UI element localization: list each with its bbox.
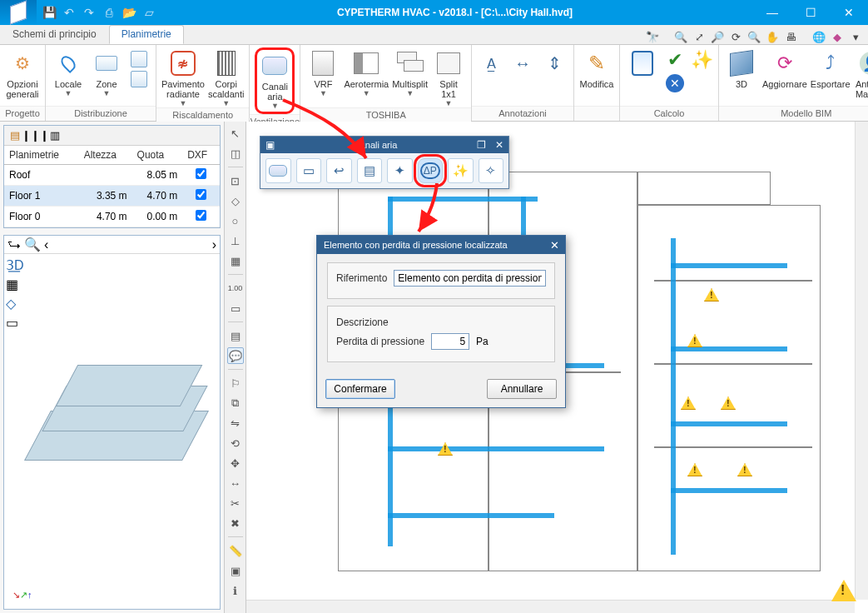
btn-corpi-scaldanti[interactable]: Corpi scaldanti ▼ [208,47,244,107]
btn-zone[interactable]: Zone ▼ [89,47,124,97]
view-3d-icon[interactable]: 3͟D [6,257,24,273]
zoom-in-icon[interactable]: 🔎 [710,29,725,44]
scroll-right-icon[interactable]: › [212,237,216,252]
btn-x[interactable]: ✕ [663,72,687,92]
dxf-checkbox[interactable] [196,210,206,221]
comment-icon[interactable]: 💬 [227,347,244,364]
fb-grille[interactable]: ▤ [357,158,383,183]
btn-ann-dim2[interactable]: ⇕ [540,47,568,77]
save-icon[interactable]: 💾 [42,5,57,20]
close-button[interactable]: ✕ [830,0,868,25]
area-icon[interactable]: ▣ [227,562,244,579]
canvas-h-scrollbar[interactable] [246,600,855,613]
snap-grid-icon[interactable]: ▦ [227,252,244,269]
dialog-titlebar[interactable]: Elemento con perdita di pressione locali… [317,236,565,254]
scale-icon[interactable]: 1.00 [227,280,244,297]
mirror-icon[interactable]: ⇋ [227,415,244,431]
btn-locale[interactable]: Locale ▼ [51,47,86,97]
globe-icon[interactable]: 🌐 [811,29,826,44]
minimize-button[interactable]: — [753,0,791,25]
col-altezza[interactable]: Altezza [79,146,132,165]
btn-ann-text[interactable]: A̲ [477,47,505,77]
open-icon[interactable]: 📂 [122,5,136,20]
btn-check[interactable]: ✔ [663,47,687,71]
input-perdita[interactable] [431,333,469,350]
dxf-checkbox[interactable] [196,168,206,179]
binoculars-icon[interactable]: 🔭 [645,29,660,44]
btn-aggiornare[interactable]: ⟳Aggiornare [762,47,807,89]
btn-user[interactable]: 👤Antonio Marotta [854,47,868,99]
table-row[interactable]: Floor 1 3.35 m 4.70 m [4,186,220,207]
fb-deltap[interactable]: ΔP [418,158,444,183]
floatbar-sys-icon[interactable]: ▣ [260,139,279,151]
layer-icon[interactable]: ▤ [227,327,244,344]
view-top-icon[interactable]: ▦ [6,277,24,292]
floatbar-restore-icon[interactable]: ❐ [472,139,490,151]
delete-icon[interactable]: ✖ [227,515,244,531]
redo-icon[interactable]: ↷ [82,5,97,20]
zoom-window-icon[interactable]: 🔍 [673,29,688,44]
dxf-checkbox[interactable] [196,189,206,200]
btn-aerotermia[interactable]: Aerotermia▼ [344,47,389,97]
floating-toolbar-canali-aria[interactable]: ▣ Canali aria ❐ ✕ ▭ ↩ ▤ ✦ ΔP ✨ ✧ [260,136,509,189]
btn-esportare[interactable]: ⤴Esportare [811,47,851,89]
copy-icon[interactable]: ⧉ [227,395,244,411]
dialog-close-icon[interactable]: ✕ [545,239,563,252]
flag-icon[interactable]: ⚐ [227,375,244,391]
cursor-icon[interactable]: ↖ [227,125,244,142]
btn-vrf[interactable]: VRF▼ [305,47,340,97]
snap-perp-icon[interactable]: ⊥ [227,232,244,249]
rotate-icon[interactable]: ⟲ [227,435,244,451]
btn-distrib-1[interactable] [127,49,151,67]
zoom-extent-icon[interactable]: ⤢ [692,29,707,44]
table-row[interactable]: Floor 0 4.70 m 0.00 m [4,207,220,227]
btn-annullare[interactable]: Annullare [487,379,557,399]
view-arrow-icon[interactable]: ⮑ [7,237,21,252]
building-3d-preview[interactable] [37,361,204,486]
btn-canali-aria[interactable]: Canali aria ▼ [255,47,295,114]
input-riferimento[interactable] [394,270,546,287]
refresh-icon[interactable]: ⟳ [728,29,743,44]
measure-icon[interactable]: 📏 [227,542,244,559]
print-icon[interactable]: ⎙ [102,5,117,20]
col-quota[interactable]: Quota [132,146,183,165]
snap-mid-icon[interactable]: ◇ [227,192,244,209]
help-icon[interactable]: ◆ [830,29,845,44]
floatbar-close-icon[interactable]: ✕ [490,139,508,151]
info-icon[interactable]: ℹ [227,582,244,599]
btn-3d[interactable]: 3D [724,47,759,89]
snap-center-icon[interactable]: ○ [227,212,244,229]
fb-wand2[interactable]: ✧ [479,158,504,183]
export2-icon[interactable]: ▱ [141,5,156,20]
btn-split[interactable]: Split 1x1▼ [431,47,466,107]
btn-modifica[interactable]: ✎Modifica [579,47,614,89]
btn-multisplit[interactable]: Multisplit▼ [392,47,428,97]
ortho-icon[interactable]: ▭ [227,300,244,316]
fb-duct-turn[interactable]: ↩ [326,158,352,183]
fb-diffuser[interactable]: ✦ [387,158,413,183]
snap-end-icon[interactable]: ⊡ [227,172,244,189]
tab-planimetrie[interactable]: Planimetrie [109,25,184,44]
btn-opzioni-generali[interactable]: ⚙ Opzioni generali [5,47,40,99]
fb-duct-straight[interactable] [265,158,291,183]
table-row[interactable]: Roof 8.05 m [4,165,220,186]
tab-schemi[interactable]: Schemi di principio [0,25,109,44]
canvas-v-scrollbar[interactable] [855,122,868,600]
new-plan-icon[interactable]: ▤ [7,128,22,143]
btn-distrib-2[interactable] [127,69,151,87]
print-view-icon[interactable]: 🖶 [783,29,798,44]
move-icon[interactable]: ✥ [227,455,244,471]
view-iso-icon[interactable]: ◇ [6,296,24,311]
floatbar-titlebar[interactable]: ▣ Canali aria ❐ ✕ [260,137,508,153]
zoom-icon[interactable]: 🔍 [24,237,41,252]
select-icon[interactable]: ◫ [227,145,244,162]
trim-icon[interactable]: ✂ [227,495,244,511]
btn-confermare[interactable]: Confermare [325,379,395,399]
barcode2-icon[interactable]: ▥ [47,128,62,143]
fb-wand1[interactable]: ✨ [448,158,474,183]
pan-icon[interactable]: ✋ [765,29,780,44]
btn-ann-dim[interactable]: ↔ [508,47,537,77]
barcode-icon[interactable]: ❙❙❙ [27,128,42,143]
btn-pavimento-radiante[interactable]: ≉ Pavimento radiante ▼ [161,47,205,107]
zoom-prev-icon[interactable]: 🔍 [746,29,761,44]
